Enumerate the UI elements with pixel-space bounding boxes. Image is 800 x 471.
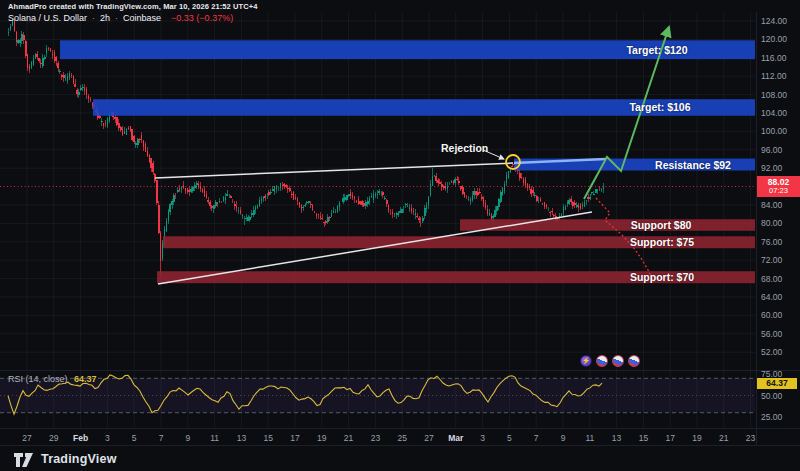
bar-countdown: 07:23 (769, 187, 788, 195)
event-icons-row: ⚡ (580, 355, 640, 367)
time-tick: 3 (480, 433, 485, 443)
exchange-name: Coinbase (123, 13, 161, 23)
time-tick: 11 (585, 433, 594, 443)
price-tick: 72.00 (761, 255, 782, 265)
footer-bar: TradingView (0, 445, 800, 471)
time-tick: 21 (719, 433, 728, 443)
time-tick: 9 (561, 433, 566, 443)
event-flag-icon[interactable] (596, 355, 608, 367)
time-tick: 7 (534, 433, 539, 443)
price-tick: 80.00 (761, 218, 782, 228)
time-tick: 9 (185, 433, 190, 443)
zone-label: Target: $120 (626, 44, 687, 56)
time-tick: 15 (263, 433, 272, 443)
time-tick: 23 (371, 433, 380, 443)
zone-label: Support $80 (631, 219, 692, 231)
rsi-tick: 50.00 (761, 391, 782, 401)
time-tick: 17 (290, 433, 299, 443)
price-tick: 112.00 (761, 71, 786, 81)
boost-icon[interactable]: ⚡ (580, 355, 592, 367)
zone-label: Target: $106 (629, 101, 690, 113)
price-tick: 56.00 (761, 329, 782, 339)
separator-dot: · (92, 13, 95, 23)
zone-label: Support: $70 (630, 271, 694, 283)
price-change: −0.33 (−0.37%) (171, 13, 233, 23)
price-tick: 52.00 (761, 347, 782, 357)
time-tick: 7 (159, 433, 164, 443)
price-tick: 84.00 (761, 200, 782, 210)
time-tick: 29 (49, 433, 58, 443)
symbol-info-bar[interactable]: Solana / U.S. Dollar · 2h · Coinbase −0.… (8, 13, 233, 23)
time-tick: 27 (22, 433, 31, 443)
time-tick: 25 (397, 433, 406, 443)
time-tick: 13 (237, 433, 246, 443)
rsi-value-label: 64.37 (757, 378, 797, 389)
time-tick: 13 (612, 433, 621, 443)
interval-value[interactable]: 2h (100, 13, 110, 23)
price-tick: 60.00 (761, 310, 782, 320)
time-tick: 23 (746, 433, 755, 443)
time-tick: 5 (507, 433, 512, 443)
price-tick: 104.00 (761, 108, 787, 118)
price-tick: 120.00 (761, 34, 787, 44)
time-tick: 11 (210, 433, 219, 443)
tradingview-chart-window: AhmadPro created with TradingView.com, M… (0, 0, 800, 471)
time-tick: 21 (344, 433, 353, 443)
last-price-label: 88.02 07:23 (757, 176, 800, 197)
symbol-title[interactable]: Solana / U.S. Dollar (8, 13, 87, 23)
rsi-indicator-title[interactable]: RSI (14, close) 64.37 (8, 374, 97, 384)
time-tick: 17 (665, 433, 674, 443)
event-flag-icon[interactable] (628, 355, 640, 367)
price-tick: 96.00 (761, 145, 782, 155)
price-tick: 68.00 (761, 274, 782, 284)
price-tick: 64.00 (761, 292, 782, 302)
tradingview-logo-icon[interactable] (14, 451, 34, 467)
pane-divider[interactable] (0, 370, 800, 371)
time-tick: Mar (448, 433, 463, 443)
price-tick: 108.00 (761, 90, 787, 100)
price-tick: 124.00 (761, 16, 787, 26)
time-tick: 3 (105, 433, 110, 443)
attribution-text: AhmadPro created with TradingView.com, M… (8, 2, 258, 11)
zone-label: Resistance $92 (655, 159, 731, 171)
time-tick: 19 (317, 433, 326, 443)
price-tick: 92.00 (761, 163, 782, 173)
time-tick: 15 (639, 433, 648, 443)
time-tick: Feb (73, 433, 88, 443)
time-tick: 5 (132, 433, 137, 443)
separator-dot: · (115, 13, 118, 23)
tradingview-wordmark[interactable]: TradingView (41, 452, 117, 466)
zone-label: Support: $75 (630, 236, 694, 248)
time-axis-divider (0, 428, 800, 429)
rsi-current-value: 64.37 (74, 374, 97, 384)
rejection-annotation: Rejection (441, 142, 488, 154)
price-tick: 100.00 (761, 126, 787, 136)
rsi-tick: 25.00 (761, 412, 782, 422)
time-tick: 27 (424, 433, 433, 443)
price-tick: 116.00 (761, 53, 786, 63)
time-tick: 19 (692, 433, 701, 443)
event-flag-icon[interactable] (612, 355, 624, 367)
price-tick: 76.00 (761, 237, 782, 247)
rsi-title-text: RSI (14, close) (8, 374, 68, 384)
